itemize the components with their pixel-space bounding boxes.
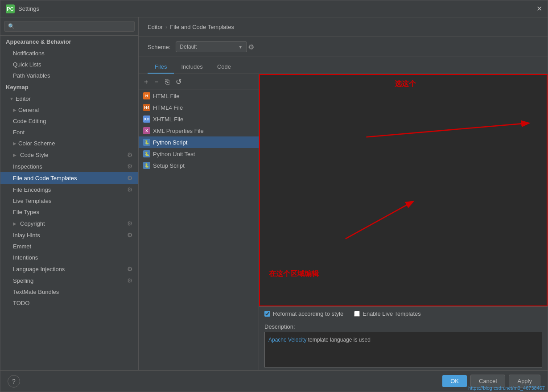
search-box [0, 17, 138, 36]
editor-area[interactable]: 选这个 在这个区域编辑 [259, 74, 548, 306]
apache-velocity-link[interactable]: Apache Velocity [268, 337, 306, 343]
scheme-row: Scheme: Default Project ▼ ⚙ [139, 37, 548, 57]
description-label: Description: [264, 323, 542, 330]
close-button[interactable]: ✕ [536, 4, 542, 13]
lang-injections-badge: ⚙ [127, 265, 133, 272]
right-panel: Editor › File and Code Templates Scheme:… [139, 17, 548, 370]
inspections-badge: ⚙ [127, 163, 133, 170]
sidebar-item-editor[interactable]: ▼ Editor [0, 93, 138, 104]
sidebar-item-quick-lists[interactable]: Quick Lists [0, 59, 138, 70]
list-item[interactable]: H4 HTML4 File [139, 102, 259, 113]
scheme-label: Scheme: [148, 44, 170, 50]
sidebar-item-file-and-code-templates[interactable]: File and Code Templates ⚙ [0, 172, 138, 184]
spelling-badge: ⚙ [127, 277, 133, 284]
file-item-label: XML Properties File [153, 128, 204, 134]
remove-button[interactable]: − [152, 77, 160, 87]
scheme-select[interactable]: Default Project [176, 41, 247, 52]
file-item-label: Python Unit Test [153, 151, 195, 157]
tab-files[interactable]: Files [148, 61, 174, 74]
file-list: H HTML File H4 HTML4 File XH XHTML File [139, 90, 259, 370]
sidebar-item-file-types[interactable]: File Types [0, 206, 138, 218]
file-list-toolbar: + − ⎘ ↺ [139, 74, 259, 90]
live-templates-checkbox[interactable] [354, 311, 360, 317]
sidebar-item-code-editing[interactable]: Code Editing [0, 116, 138, 127]
settings-window: PC Settings ✕ Appearance & Behavior Noti… [0, 0, 548, 392]
options-row: Reformat according to style Enable Live … [259, 306, 548, 321]
sidebar-item-color-scheme[interactable]: ▶ Color Scheme [0, 138, 138, 149]
url-hint: https://blog.csdn.net/m0_46738467 [466, 384, 548, 392]
sidebar-item-emmet[interactable]: Emmet [0, 241, 138, 252]
app-icon: PC [6, 4, 15, 13]
file-item-label: Setup Script [153, 162, 185, 169]
panel-body: + − ⎘ ↺ H HTML File H4 HTML4 File [139, 74, 548, 370]
main-content: Appearance & Behavior Notifications Quic… [0, 17, 548, 370]
add-button[interactable]: + [142, 77, 150, 87]
html-file-icon: H [143, 92, 150, 99]
sidebar-item-copyright[interactable]: ▶ Copyright ⚙ [0, 218, 138, 229]
code-style-badge: ⚙ [127, 151, 133, 158]
window-title: Settings [18, 5, 39, 12]
python-unit-file-icon: 🐍 [143, 150, 150, 157]
list-item[interactable]: 🐍 Setup Script [139, 160, 259, 171]
list-item[interactable]: 🐍 Python Unit Test [139, 148, 259, 160]
sidebar-item-live-templates[interactable]: Live Templates [0, 195, 138, 206]
list-item[interactable]: 🐍 Python Script [139, 136, 259, 148]
html4-file-icon: H4 [143, 104, 150, 111]
sidebar-item-textmate-bundles[interactable]: TextMate Bundles [0, 286, 138, 297]
sidebar-section-appearance: Appearance & Behavior [0, 36, 138, 48]
sidebar-item-todo[interactable]: TODO [0, 297, 138, 309]
copyright-badge: ⚙ [127, 220, 133, 227]
bottom-bar: ? OK Cancel Apply https://blog.csdn.net/… [0, 370, 548, 392]
sidebar-item-font[interactable]: Font [0, 127, 138, 138]
sidebar: Appearance & Behavior Notifications Quic… [0, 17, 139, 370]
file-item-label: XHTML File [153, 116, 183, 123]
sidebar-item-path-variables[interactable]: Path Variables [0, 70, 138, 81]
template-editor-panel: 选这个 在这个区域编辑 Reformat according to style [259, 74, 548, 370]
expand-arrow-copyright: ▶ [13, 221, 16, 226]
reset-button[interactable]: ↺ [174, 77, 183, 87]
tab-includes[interactable]: Includes [174, 61, 210, 74]
sidebar-item-intentions[interactable]: Intentions [0, 252, 138, 263]
file-item-label: HTML4 File [153, 104, 183, 111]
sidebar-section-keymap: Keymap [0, 81, 138, 93]
live-templates-label: Enable Live Templates [363, 310, 421, 317]
reformat-label: Reformat according to style [273, 310, 343, 317]
sidebar-item-notifications[interactable]: Notifications [0, 48, 138, 59]
sidebar-item-general[interactable]: ▶ General [0, 104, 138, 116]
breadcrumb-current: File and Code Templates [170, 24, 234, 30]
annotation-top: 选这个 [395, 79, 416, 89]
breadcrumb-parent: Editor [148, 24, 163, 30]
reformat-checkbox[interactable] [264, 311, 270, 317]
python-file-icon: 🐍 [143, 139, 150, 146]
sidebar-item-inlay-hints[interactable]: Inlay Hints ⚙ [0, 229, 138, 241]
live-templates-checkbox-label[interactable]: Enable Live Templates [354, 310, 421, 317]
sidebar-item-inspections[interactable]: Inspections ⚙ [0, 161, 138, 172]
help-button[interactable]: ? [8, 375, 20, 388]
file-templates-badge: ⚙ [127, 174, 133, 182]
list-item[interactable]: H HTML File [139, 90, 259, 102]
xml-file-icon: X [143, 127, 150, 134]
expand-arrow-editor: ▼ [9, 96, 14, 101]
file-item-label: Python Script [153, 139, 187, 146]
sidebar-item-file-encodings[interactable]: File Encodings ⚙ [0, 184, 138, 195]
breadcrumb-separator: › [165, 24, 167, 30]
reformat-checkbox-label[interactable]: Reformat according to style [264, 310, 343, 317]
list-item[interactable]: XH XHTML File [139, 113, 259, 125]
copy-button[interactable]: ⎘ [163, 77, 171, 87]
tabs-row: Files Includes Code [139, 57, 548, 74]
annotation-bottom: 在这个区域编辑 [269, 269, 319, 279]
expand-arrow-general: ▶ [13, 107, 16, 112]
sidebar-item-language-injections[interactable]: Language Injections ⚙ [0, 263, 138, 275]
search-input[interactable] [4, 21, 135, 32]
scheme-gear-icon[interactable]: ⚙ [248, 43, 254, 51]
description-text: template language is used [306, 337, 370, 343]
description-box: Apache Velocity template language is use… [264, 332, 542, 367]
expand-arrow-code-style: ▶ [13, 153, 16, 157]
tab-code[interactable]: Code [210, 61, 238, 74]
xhtml-file-icon: XH [143, 116, 150, 123]
list-item[interactable]: X XML Properties File [139, 125, 259, 136]
sidebar-item-spelling[interactable]: Spelling ⚙ [0, 275, 138, 286]
ok-button[interactable]: OK [442, 375, 467, 387]
sidebar-item-code-style[interactable]: ▶ Code Style ⚙ [0, 149, 138, 161]
titlebar: PC Settings ✕ [0, 0, 548, 17]
